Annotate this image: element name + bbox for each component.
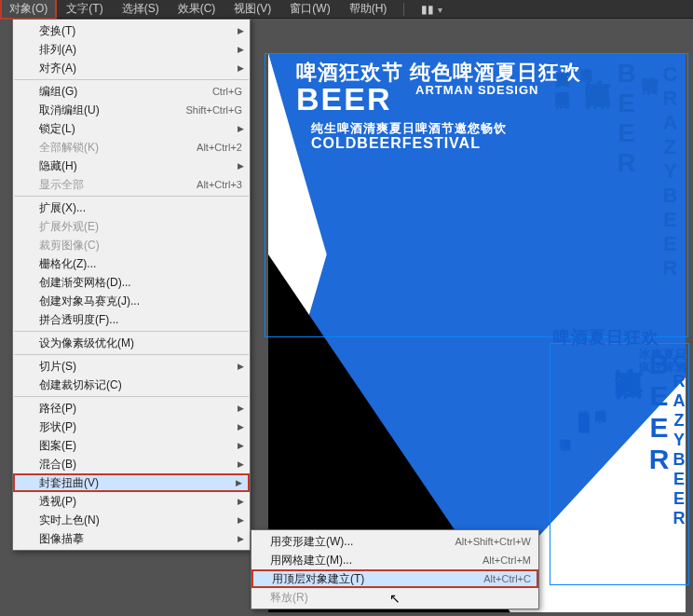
object-menu-item-31[interactable]: 图像描摹▶ bbox=[13, 529, 250, 548]
menu-item-label: 混合(B) bbox=[39, 457, 242, 472]
object-menu-item-19[interactable]: 设为像素级优化(M) bbox=[13, 334, 250, 352]
menu-item-label: 设为像素级优化(M) bbox=[39, 335, 242, 351]
submenu-arrow-icon: ▶ bbox=[238, 45, 244, 54]
object-menu-item-28[interactable]: 封套扭曲(V)▶ bbox=[13, 473, 250, 492]
menu-item-label: 图像描摹 bbox=[39, 531, 242, 547]
object-dropdown: 变换(T)▶排列(A)▶对齐(A)▶编组(G)Ctrl+G取消编组(U)Shif… bbox=[12, 19, 251, 551]
menu-item-label: 形状(P) bbox=[39, 419, 242, 435]
menu-item-label: 取消编组(U) bbox=[39, 103, 185, 118]
menu-item-label: 实时上色(N) bbox=[39, 513, 242, 528]
menu-item-label: 创建裁切标记(C) bbox=[39, 377, 242, 393]
menu-item-label: 用变形建立(W)... bbox=[270, 534, 455, 550]
object-menu-item-17[interactable]: 拼合透明度(F)... bbox=[13, 310, 250, 329]
chevron-down-icon: ▾ bbox=[438, 5, 442, 15]
object-menu-item-7: 全部解锁(K)Alt+Ctrl+2 bbox=[13, 138, 250, 157]
object-menu-item-16[interactable]: 创建对象马赛克(J)... bbox=[13, 292, 250, 310]
menu-item-label: 创建对象马赛克(J)... bbox=[39, 294, 242, 309]
menu-view[interactable]: 视图(V) bbox=[224, 0, 280, 20]
envelope-menu-item-0[interactable]: 用变形建立(W)...Alt+Shift+Ctrl+W bbox=[251, 532, 538, 551]
object-menu-item-25[interactable]: 形状(P)▶ bbox=[13, 418, 250, 436]
menu-item-label: 切片(S) bbox=[39, 359, 242, 375]
menu-item-shortcut: Alt+Ctrl+2 bbox=[197, 142, 242, 153]
submenu-arrow-icon: ▶ bbox=[238, 422, 244, 431]
submenu-arrow-icon: ▶ bbox=[238, 497, 244, 506]
object-menu-item-6[interactable]: 锁定(L)▶ bbox=[13, 119, 250, 138]
menu-item-shortcut: Alt+Ctrl+C bbox=[483, 573, 531, 584]
submenu-arrow-icon: ▶ bbox=[238, 362, 244, 371]
object-menu-item-26[interactable]: 图案(E)▶ bbox=[13, 436, 250, 455]
submenu-arrow-icon: ▶ bbox=[238, 459, 244, 469]
submenu-arrow-icon: ▶ bbox=[238, 515, 244, 525]
menu-item-label: 释放(R) bbox=[270, 590, 531, 606]
menu-help[interactable]: 帮助(H) bbox=[340, 0, 397, 20]
submenu-arrow-icon: ▶ bbox=[238, 404, 244, 413]
object-menu-item-2[interactable]: 对齐(A)▶ bbox=[13, 59, 250, 77]
submenu-arrow-icon: ▶ bbox=[236, 478, 242, 487]
menu-item-label: 栅格化(Z)... bbox=[39, 256, 242, 272]
menu-item-label: 用顶层对象建立(T) bbox=[272, 571, 483, 587]
submenu-arrow-icon: ▶ bbox=[238, 63, 244, 73]
menu-item-label: 拼合透明度(F)... bbox=[39, 312, 242, 328]
menu-item-label: 用网格建立(M)... bbox=[270, 553, 482, 568]
menu-item-label: 变换(T) bbox=[39, 23, 242, 39]
menu-select[interactable]: 选择(S) bbox=[113, 0, 169, 20]
menu-item-label: 锁定(L) bbox=[39, 121, 242, 137]
menu-item-shortcut: Alt+Ctrl+M bbox=[482, 554, 531, 566]
workspace-switcher[interactable]: ▮▮ ▾ bbox=[412, 0, 451, 19]
menu-window[interactable]: 窗口(W) bbox=[280, 0, 339, 20]
object-menu-item-11[interactable]: 扩展(X)... bbox=[13, 198, 250, 217]
submenu-arrow-icon: ▶ bbox=[238, 124, 244, 133]
selection-bounds-1 bbox=[265, 53, 688, 337]
object-menu-item-12: 扩展外观(E) bbox=[13, 217, 250, 236]
menu-item-label: 全部解锁(K) bbox=[39, 140, 197, 156]
submenu-arrow-icon: ▶ bbox=[238, 441, 244, 450]
object-menu-item-22[interactable]: 创建裁切标记(C) bbox=[13, 376, 250, 394]
object-menu-item-27[interactable]: 混合(B)▶ bbox=[13, 455, 250, 473]
object-menu-item-30[interactable]: 实时上色(N)▶ bbox=[13, 511, 250, 529]
object-menu-separator bbox=[14, 196, 249, 197]
menu-item-shortcut: Shift+Ctrl+G bbox=[185, 104, 242, 116]
submenu-arrow-icon: ▶ bbox=[238, 26, 244, 35]
envelope-menu-item-2[interactable]: 用顶层对象建立(T)Alt+Ctrl+C bbox=[251, 569, 538, 588]
object-menu-item-4[interactable]: 编组(G)Ctrl+G bbox=[13, 82, 250, 101]
menu-item-label: 隐藏(H) bbox=[39, 158, 242, 174]
menu-item-label: 图案(E) bbox=[39, 438, 242, 454]
object-menu-item-14[interactable]: 栅格化(Z)... bbox=[13, 254, 250, 273]
menu-item-label: 显示全部 bbox=[39, 177, 197, 193]
object-menu-item-13: 裁剪图像(C) bbox=[13, 236, 250, 254]
menu-item-label: 创建渐变网格(D)... bbox=[39, 275, 242, 291]
selection-bounds-2 bbox=[550, 343, 689, 585]
menu-item-label: 封套扭曲(V) bbox=[39, 475, 242, 491]
object-menu-item-0[interactable]: 变换(T)▶ bbox=[13, 21, 250, 40]
menu-item-shortcut: Ctrl+G bbox=[212, 86, 242, 97]
menu-item-shortcut: Alt+Shift+Ctrl+W bbox=[455, 536, 531, 547]
submenu-arrow-icon: ▶ bbox=[238, 161, 244, 171]
object-menu-separator bbox=[14, 396, 249, 397]
menu-item-label: 排列(A) bbox=[39, 42, 242, 58]
menu-item-label: 路径(P) bbox=[39, 401, 242, 417]
menu-effect[interactable]: 效果(C) bbox=[169, 0, 225, 20]
object-menu-item-5[interactable]: 取消编组(U)Shift+Ctrl+G bbox=[13, 101, 250, 119]
object-menu-item-29[interactable]: 透视(P)▶ bbox=[13, 492, 250, 511]
submenu-arrow-icon: ▶ bbox=[238, 534, 244, 543]
menu-object[interactable]: 对象(O) bbox=[0, 0, 57, 20]
object-menu-separator bbox=[14, 354, 249, 355]
menu-item-label: 对齐(A) bbox=[39, 61, 242, 76]
object-menu-separator bbox=[14, 79, 249, 80]
object-menu-separator bbox=[14, 331, 249, 332]
object-menu-item-8[interactable]: 隐藏(H)▶ bbox=[13, 157, 250, 175]
menu-type[interactable]: 文字(T) bbox=[57, 0, 112, 20]
menubar-separator bbox=[403, 3, 404, 16]
menu-item-shortcut: Alt+Ctrl+3 bbox=[197, 179, 242, 190]
hamburger-icon: ▮▮ bbox=[421, 3, 434, 16]
cursor-icon: ↖ bbox=[389, 591, 401, 606]
object-menu-item-1[interactable]: 排列(A)▶ bbox=[13, 40, 250, 59]
object-menu-item-21[interactable]: 切片(S)▶ bbox=[13, 357, 250, 376]
object-menu-item-24[interactable]: 路径(P)▶ bbox=[13, 399, 250, 418]
object-menu-item-9: 显示全部Alt+Ctrl+3 bbox=[13, 175, 250, 194]
menubar: 对象(O) 文字(T) 选择(S) 效果(C) 视图(V) 窗口(W) 帮助(H… bbox=[0, 0, 693, 19]
menu-item-label: 裁剪图像(C) bbox=[39, 238, 242, 253]
envelope-menu-item-1[interactable]: 用网格建立(M)...Alt+Ctrl+M bbox=[251, 551, 538, 569]
menu-item-label: 扩展(X)... bbox=[39, 200, 242, 216]
object-menu-item-15[interactable]: 创建渐变网格(D)... bbox=[13, 273, 250, 292]
